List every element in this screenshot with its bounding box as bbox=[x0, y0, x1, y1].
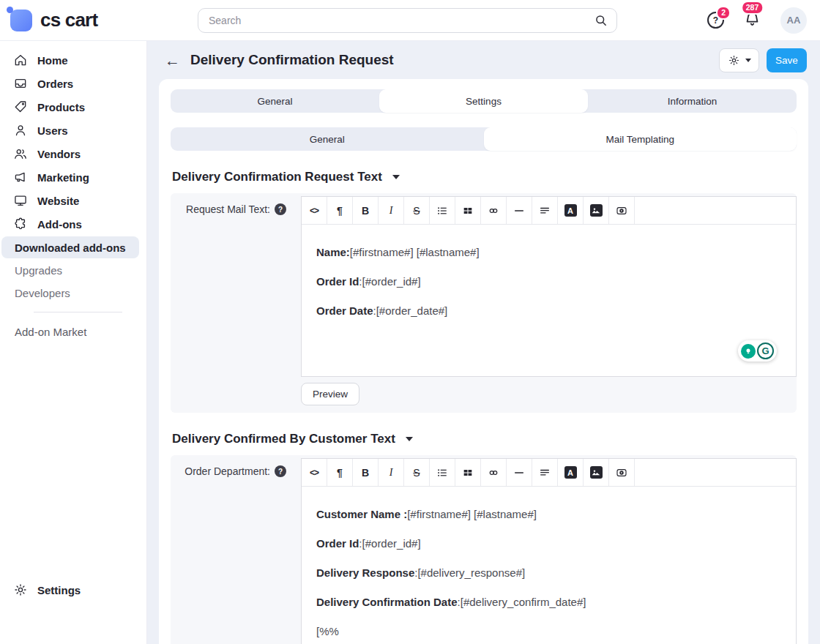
editor-toolbar: <>¶BISA bbox=[302, 197, 796, 225]
sidebar-item-website[interactable]: Website bbox=[0, 189, 146, 212]
addons-icon bbox=[13, 217, 28, 231]
tab-general[interactable]: General bbox=[171, 89, 379, 113]
image-icon[interactable] bbox=[584, 197, 609, 224]
editor-text-line: Delivery Response:[#delivery_response#] bbox=[316, 565, 781, 580]
bold-icon[interactable]: B bbox=[353, 459, 379, 486]
orders-icon bbox=[13, 76, 28, 91]
table-icon[interactable] bbox=[455, 197, 481, 224]
topbar-actions: ? 2 287 AA bbox=[707, 7, 807, 34]
search-input[interactable] bbox=[198, 8, 617, 33]
sidebar-item-settings[interactable]: Settings bbox=[0, 578, 146, 602]
sidebar-item-add-on-market[interactable]: Add-on Market bbox=[0, 320, 146, 343]
help-icon[interactable]: ? bbox=[275, 465, 286, 477]
help-icon[interactable]: ? bbox=[275, 203, 286, 215]
strikethrough-icon[interactable]: S bbox=[404, 459, 430, 486]
link-icon[interactable] bbox=[481, 459, 507, 486]
help-button[interactable]: ? 2 bbox=[707, 12, 724, 29]
image-icon[interactable] bbox=[584, 459, 609, 486]
sidebar-item-marketing[interactable]: Marketing bbox=[0, 165, 146, 189]
chevron-down-icon bbox=[406, 437, 413, 441]
font-color-icon[interactable]: A bbox=[558, 197, 584, 224]
font-color-icon[interactable]: A bbox=[558, 459, 584, 486]
form-block-request-text: Request Mail Text: ? <>¶BISA Name:[#firs… bbox=[171, 193, 797, 413]
align-icon[interactable] bbox=[532, 197, 558, 224]
sidebar-subnav: Downloaded add-onsUpgradesDevelopers bbox=[0, 236, 146, 304]
link-icon[interactable] bbox=[481, 197, 507, 224]
section-toggle-request-text[interactable]: Delivery Confirmation Request Text bbox=[172, 170, 797, 184]
global-search bbox=[198, 8, 617, 33]
primary-tabs: GeneralSettingsInformation bbox=[171, 89, 797, 113]
video-icon[interactable] bbox=[609, 197, 635, 224]
sidebar-item-vendors[interactable]: Vendors bbox=[0, 142, 146, 165]
sidebar-item-orders[interactable]: Orders bbox=[0, 72, 146, 95]
bold-icon[interactable]: B bbox=[353, 197, 379, 224]
search-icon[interactable] bbox=[594, 13, 608, 31]
grammarly-suggestion-icon bbox=[741, 344, 756, 359]
horizontal-rule-icon[interactable] bbox=[507, 197, 532, 224]
form-block-confirmed-text: Order Department: ? <>¶BISA Customer Nam… bbox=[171, 455, 797, 644]
avatar[interactable]: AA bbox=[780, 7, 807, 34]
vendors-icon bbox=[13, 146, 28, 161]
settings-dropdown-button[interactable] bbox=[719, 48, 759, 72]
settings-card: GeneralSettingsInformation GeneralMail T… bbox=[159, 79, 808, 644]
field-label: Order Department: ? bbox=[171, 465, 286, 477]
gear-icon bbox=[728, 54, 740, 67]
video-icon[interactable] bbox=[609, 459, 635, 486]
page-title: Delivery Confirmation Request bbox=[190, 52, 394, 68]
tab-settings[interactable]: Settings bbox=[379, 89, 588, 113]
field-label: Request Mail Text: ? bbox=[171, 203, 286, 215]
editor-text-line: Order Id:[#order_id#] bbox=[316, 274, 781, 289]
sidebar-item-downloaded-add-ons[interactable]: Downloaded add-ons bbox=[1, 236, 139, 258]
strikethrough-icon[interactable]: S bbox=[404, 197, 430, 224]
logo-text: cs cart bbox=[40, 9, 97, 31]
sidebar: HomeOrdersProductsUsersVendorsMarketingW… bbox=[0, 41, 147, 644]
topbar: cs cart ? 2 287 AA bbox=[0, 0, 820, 41]
sidebar-item-developers[interactable]: Developers bbox=[1, 282, 139, 304]
main-content: ← Delivery Confirmation Request Save Gen… bbox=[147, 41, 820, 644]
grammarly-widget[interactable]: G bbox=[738, 340, 777, 362]
editor-toolbar: <>¶BISA bbox=[302, 459, 796, 487]
wysiwyg-editor: <>¶BISA Customer Name :[#firstname#] [#l… bbox=[301, 458, 797, 644]
italic-icon[interactable]: I bbox=[379, 197, 404, 224]
notifications-button[interactable]: 287 bbox=[743, 10, 761, 31]
sidebar-divider bbox=[34, 312, 122, 312]
paragraph-icon[interactable]: ¶ bbox=[327, 197, 353, 224]
paragraph-icon[interactable]: ¶ bbox=[327, 459, 353, 486]
section-toggle-confirmed-text[interactable]: Delivery Confirmed By Customer Text bbox=[172, 432, 797, 446]
unordered-list-icon[interactable] bbox=[430, 197, 455, 224]
cscart-logo-icon bbox=[10, 10, 32, 31]
editor-content[interactable]: Customer Name :[#firstname#] [#lastname#… bbox=[302, 487, 796, 644]
gear-icon bbox=[13, 583, 28, 597]
sidebar-item-home[interactable]: Home bbox=[0, 48, 146, 72]
sidebar-item-products[interactable]: Products bbox=[0, 95, 146, 119]
subtab-general[interactable]: General bbox=[171, 127, 484, 151]
wysiwyg-editor: <>¶BISA Name:[#firstname#] [#lastname#]O… bbox=[301, 196, 797, 377]
subtab-mail-templating[interactable]: Mail Templating bbox=[484, 127, 797, 151]
sidebar-item-add-ons[interactable]: Add-ons bbox=[0, 212, 146, 236]
code-icon[interactable]: <> bbox=[302, 197, 327, 224]
preview-button[interactable]: Preview bbox=[301, 383, 359, 405]
align-icon[interactable] bbox=[532, 459, 558, 486]
unordered-list-icon[interactable] bbox=[430, 459, 455, 486]
italic-icon[interactable]: I bbox=[379, 459, 404, 486]
editor-text-line: Order Date:[#order_date#] bbox=[316, 303, 781, 318]
sidebar-item-upgrades[interactable]: Upgrades bbox=[1, 259, 139, 281]
code-icon[interactable]: <> bbox=[302, 459, 327, 486]
save-button[interactable]: Save bbox=[767, 48, 807, 72]
editor-content[interactable]: Name:[#firstname#] [#lastname#]Order Id:… bbox=[302, 225, 796, 376]
editor-text-line: Order Id:[#order_id#] bbox=[316, 536, 781, 551]
sidebar-item-users[interactable]: Users bbox=[0, 119, 146, 142]
horizontal-rule-icon[interactable] bbox=[507, 459, 532, 486]
chevron-down-icon bbox=[745, 59, 751, 62]
tab-information[interactable]: Information bbox=[588, 89, 797, 113]
editor-text-line: Customer Name :[#firstname#] [#lastname#… bbox=[316, 506, 781, 522]
back-icon[interactable]: ← bbox=[165, 53, 180, 68]
notifications-badge: 287 bbox=[741, 1, 764, 15]
website-icon bbox=[13, 193, 28, 208]
table-icon[interactable] bbox=[455, 459, 481, 486]
grammarly-icon: G bbox=[757, 342, 774, 359]
cscart-logo[interactable]: cs cart bbox=[10, 9, 120, 31]
page-header: ← Delivery Confirmation Request Save bbox=[147, 41, 820, 79]
editor-text-line: Delivery Confirmation Date:[#delivery_co… bbox=[316, 594, 781, 610]
marketing-icon bbox=[13, 170, 28, 184]
